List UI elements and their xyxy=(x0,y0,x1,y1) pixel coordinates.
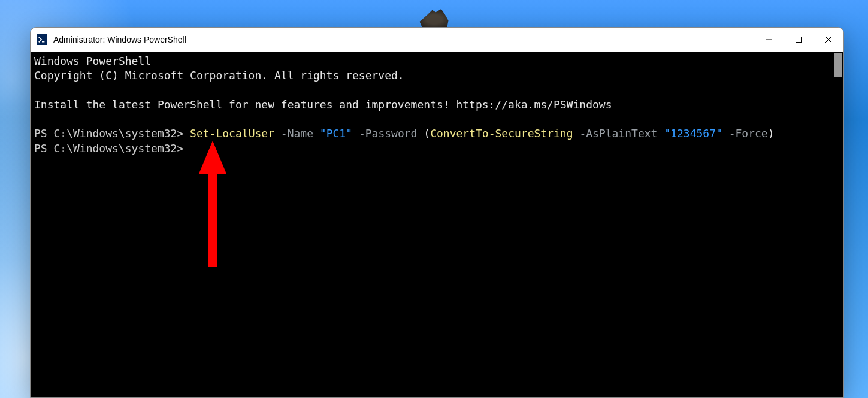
svg-rect-1 xyxy=(796,37,802,43)
powershell-window: Administrator: Windows PowerShell Window… xyxy=(30,27,844,398)
param-force: -Force xyxy=(729,127,768,140)
value-password: "1234567" xyxy=(664,127,722,140)
minimize-button[interactable] xyxy=(754,28,784,52)
scrollbar-thumb[interactable] xyxy=(834,53,842,77)
terminal-output[interactable]: Windows PowerShell Copyright (C) Microso… xyxy=(31,52,833,397)
cmdlet: Set-LocalUser xyxy=(190,127,274,140)
powershell-icon xyxy=(37,34,47,45)
banner-line: Windows PowerShell xyxy=(34,55,151,67)
value-name: "PC1" xyxy=(320,127,352,140)
paren-open: ( xyxy=(424,127,430,140)
install-hint: Install the latest PowerShell for new fe… xyxy=(34,98,612,111)
ps-prompt: PS C:\Windows\system32> xyxy=(34,127,183,140)
ps-prompt-empty: PS C:\Windows\system32> xyxy=(34,142,183,155)
close-button[interactable] xyxy=(813,28,843,52)
convert-cmdlet: ConvertTo-SecureString xyxy=(430,127,573,140)
param-asplain: -AsPlainText xyxy=(579,127,657,140)
param-name: -Name xyxy=(281,127,313,140)
paren-close: ) xyxy=(768,127,775,140)
maximize-button[interactable] xyxy=(784,28,813,52)
window-controls xyxy=(754,28,843,52)
terminal-container: Windows PowerShell Copyright (C) Microso… xyxy=(31,52,843,397)
scrollbar[interactable] xyxy=(833,52,843,397)
param-password: -Password xyxy=(359,127,418,140)
banner-copyright: Copyright (C) Microsoft Corporation. All… xyxy=(34,69,404,82)
window-title: Administrator: Windows PowerShell xyxy=(53,35,754,44)
window-titlebar[interactable]: Administrator: Windows PowerShell xyxy=(31,28,843,52)
